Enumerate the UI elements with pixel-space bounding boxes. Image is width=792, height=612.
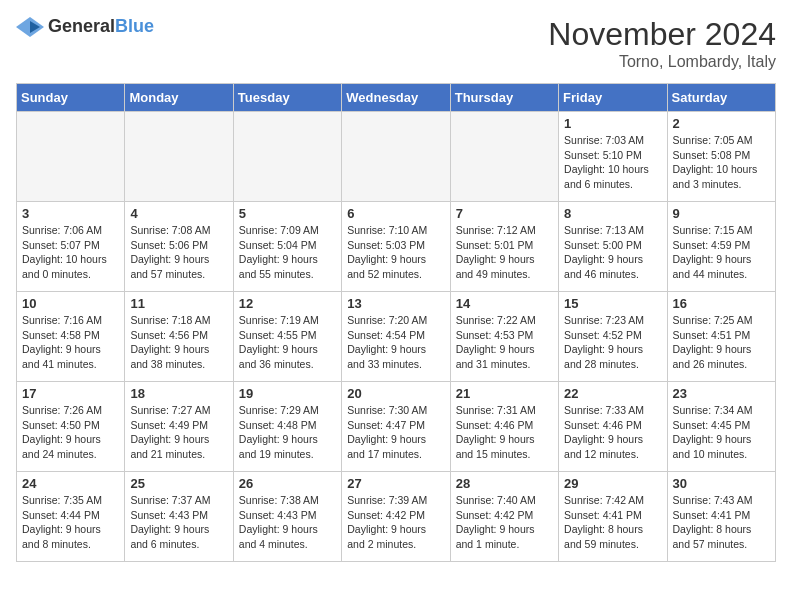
day-info: Sunrise: 7:43 AM Sunset: 4:41 PM Dayligh… [673, 493, 770, 552]
day-number: 18 [130, 386, 227, 401]
day-info: Sunrise: 7:33 AM Sunset: 4:46 PM Dayligh… [564, 403, 661, 462]
day-number: 1 [564, 116, 661, 131]
day-number: 10 [22, 296, 119, 311]
day-info: Sunrise: 7:37 AM Sunset: 4:43 PM Dayligh… [130, 493, 227, 552]
day-number: 4 [130, 206, 227, 221]
day-number: 24 [22, 476, 119, 491]
calendar-cell: 9Sunrise: 7:15 AM Sunset: 4:59 PM Daylig… [667, 202, 775, 292]
day-info: Sunrise: 7:22 AM Sunset: 4:53 PM Dayligh… [456, 313, 553, 372]
calendar-cell: 4Sunrise: 7:08 AM Sunset: 5:06 PM Daylig… [125, 202, 233, 292]
day-info: Sunrise: 7:09 AM Sunset: 5:04 PM Dayligh… [239, 223, 336, 282]
calendar-cell: 11Sunrise: 7:18 AM Sunset: 4:56 PM Dayli… [125, 292, 233, 382]
day-number: 21 [456, 386, 553, 401]
calendar-body: 1Sunrise: 7:03 AM Sunset: 5:10 PM Daylig… [17, 112, 776, 562]
day-number: 14 [456, 296, 553, 311]
day-info: Sunrise: 7:03 AM Sunset: 5:10 PM Dayligh… [564, 133, 661, 192]
day-number: 15 [564, 296, 661, 311]
calendar-cell: 1Sunrise: 7:03 AM Sunset: 5:10 PM Daylig… [559, 112, 667, 202]
day-info: Sunrise: 7:31 AM Sunset: 4:46 PM Dayligh… [456, 403, 553, 462]
day-header-thursday: Thursday [450, 84, 558, 112]
day-number: 3 [22, 206, 119, 221]
calendar-cell: 8Sunrise: 7:13 AM Sunset: 5:00 PM Daylig… [559, 202, 667, 292]
day-info: Sunrise: 7:40 AM Sunset: 4:42 PM Dayligh… [456, 493, 553, 552]
day-header-tuesday: Tuesday [233, 84, 341, 112]
day-info: Sunrise: 7:39 AM Sunset: 4:42 PM Dayligh… [347, 493, 444, 552]
day-number: 7 [456, 206, 553, 221]
calendar-cell [17, 112, 125, 202]
day-header-monday: Monday [125, 84, 233, 112]
calendar-cell: 19Sunrise: 7:29 AM Sunset: 4:48 PM Dayli… [233, 382, 341, 472]
page-header: GeneralBlue November 2024 Torno, Lombard… [16, 16, 776, 71]
day-info: Sunrise: 7:08 AM Sunset: 5:06 PM Dayligh… [130, 223, 227, 282]
day-info: Sunrise: 7:15 AM Sunset: 4:59 PM Dayligh… [673, 223, 770, 282]
logo-icon [16, 17, 44, 37]
day-info: Sunrise: 7:20 AM Sunset: 4:54 PM Dayligh… [347, 313, 444, 372]
calendar-cell [125, 112, 233, 202]
logo-text-general: General [48, 16, 115, 36]
calendar-cell: 21Sunrise: 7:31 AM Sunset: 4:46 PM Dayli… [450, 382, 558, 472]
calendar-cell: 14Sunrise: 7:22 AM Sunset: 4:53 PM Dayli… [450, 292, 558, 382]
calendar-cell [450, 112, 558, 202]
calendar-cell: 22Sunrise: 7:33 AM Sunset: 4:46 PM Dayli… [559, 382, 667, 472]
calendar-cell: 20Sunrise: 7:30 AM Sunset: 4:47 PM Dayli… [342, 382, 450, 472]
month-title: November 2024 [548, 16, 776, 53]
day-number: 30 [673, 476, 770, 491]
calendar-cell: 10Sunrise: 7:16 AM Sunset: 4:58 PM Dayli… [17, 292, 125, 382]
day-info: Sunrise: 7:38 AM Sunset: 4:43 PM Dayligh… [239, 493, 336, 552]
day-number: 12 [239, 296, 336, 311]
calendar-cell: 24Sunrise: 7:35 AM Sunset: 4:44 PM Dayli… [17, 472, 125, 562]
calendar-cell: 7Sunrise: 7:12 AM Sunset: 5:01 PM Daylig… [450, 202, 558, 292]
day-info: Sunrise: 7:18 AM Sunset: 4:56 PM Dayligh… [130, 313, 227, 372]
calendar-cell [233, 112, 341, 202]
day-info: Sunrise: 7:26 AM Sunset: 4:50 PM Dayligh… [22, 403, 119, 462]
calendar-table: SundayMondayTuesdayWednesdayThursdayFrid… [16, 83, 776, 562]
calendar-cell: 5Sunrise: 7:09 AM Sunset: 5:04 PM Daylig… [233, 202, 341, 292]
calendar-week-1: 1Sunrise: 7:03 AM Sunset: 5:10 PM Daylig… [17, 112, 776, 202]
day-number: 5 [239, 206, 336, 221]
calendar-cell: 28Sunrise: 7:40 AM Sunset: 4:42 PM Dayli… [450, 472, 558, 562]
calendar-cell: 16Sunrise: 7:25 AM Sunset: 4:51 PM Dayli… [667, 292, 775, 382]
day-number: 6 [347, 206, 444, 221]
calendar-cell: 12Sunrise: 7:19 AM Sunset: 4:55 PM Dayli… [233, 292, 341, 382]
calendar-cell: 13Sunrise: 7:20 AM Sunset: 4:54 PM Dayli… [342, 292, 450, 382]
day-number: 26 [239, 476, 336, 491]
calendar-cell: 3Sunrise: 7:06 AM Sunset: 5:07 PM Daylig… [17, 202, 125, 292]
day-number: 19 [239, 386, 336, 401]
calendar-cell: 23Sunrise: 7:34 AM Sunset: 4:45 PM Dayli… [667, 382, 775, 472]
calendar-cell [342, 112, 450, 202]
day-number: 11 [130, 296, 227, 311]
day-info: Sunrise: 7:35 AM Sunset: 4:44 PM Dayligh… [22, 493, 119, 552]
day-number: 8 [564, 206, 661, 221]
day-info: Sunrise: 7:23 AM Sunset: 4:52 PM Dayligh… [564, 313, 661, 372]
day-number: 23 [673, 386, 770, 401]
day-number: 2 [673, 116, 770, 131]
day-header-sunday: Sunday [17, 84, 125, 112]
calendar-week-3: 10Sunrise: 7:16 AM Sunset: 4:58 PM Dayli… [17, 292, 776, 382]
day-number: 28 [456, 476, 553, 491]
calendar-cell: 2Sunrise: 7:05 AM Sunset: 5:08 PM Daylig… [667, 112, 775, 202]
calendar-cell: 15Sunrise: 7:23 AM Sunset: 4:52 PM Dayli… [559, 292, 667, 382]
calendar-week-5: 24Sunrise: 7:35 AM Sunset: 4:44 PM Dayli… [17, 472, 776, 562]
day-info: Sunrise: 7:10 AM Sunset: 5:03 PM Dayligh… [347, 223, 444, 282]
calendar-cell: 29Sunrise: 7:42 AM Sunset: 4:41 PM Dayli… [559, 472, 667, 562]
day-number: 20 [347, 386, 444, 401]
calendar-cell: 18Sunrise: 7:27 AM Sunset: 4:49 PM Dayli… [125, 382, 233, 472]
day-number: 17 [22, 386, 119, 401]
day-number: 22 [564, 386, 661, 401]
day-info: Sunrise: 7:16 AM Sunset: 4:58 PM Dayligh… [22, 313, 119, 372]
day-number: 13 [347, 296, 444, 311]
title-area: November 2024 Torno, Lombardy, Italy [548, 16, 776, 71]
day-info: Sunrise: 7:12 AM Sunset: 5:01 PM Dayligh… [456, 223, 553, 282]
day-info: Sunrise: 7:29 AM Sunset: 4:48 PM Dayligh… [239, 403, 336, 462]
day-info: Sunrise: 7:34 AM Sunset: 4:45 PM Dayligh… [673, 403, 770, 462]
calendar-cell: 27Sunrise: 7:39 AM Sunset: 4:42 PM Dayli… [342, 472, 450, 562]
calendar-cell: 26Sunrise: 7:38 AM Sunset: 4:43 PM Dayli… [233, 472, 341, 562]
logo: GeneralBlue [16, 16, 154, 37]
day-header-saturday: Saturday [667, 84, 775, 112]
calendar-cell: 6Sunrise: 7:10 AM Sunset: 5:03 PM Daylig… [342, 202, 450, 292]
day-info: Sunrise: 7:13 AM Sunset: 5:00 PM Dayligh… [564, 223, 661, 282]
day-info: Sunrise: 7:27 AM Sunset: 4:49 PM Dayligh… [130, 403, 227, 462]
day-number: 29 [564, 476, 661, 491]
day-info: Sunrise: 7:30 AM Sunset: 4:47 PM Dayligh… [347, 403, 444, 462]
calendar-cell: 17Sunrise: 7:26 AM Sunset: 4:50 PM Dayli… [17, 382, 125, 472]
